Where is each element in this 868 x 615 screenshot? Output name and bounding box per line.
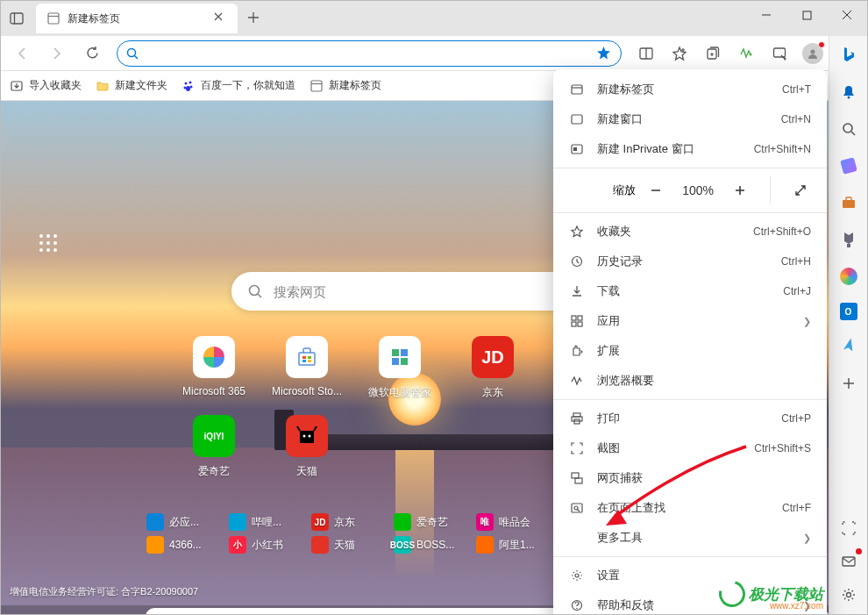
back-button[interactable] — [6, 39, 38, 68]
profile-button[interactable] — [797, 39, 829, 68]
svg-rect-66 — [573, 413, 580, 417]
menu-zoom: 缩放 100% — [553, 172, 827, 209]
menu-print[interactable]: 打印Ctrl+P — [553, 404, 827, 433]
menu-new-tab[interactable]: 新建标签页Ctrl+T — [553, 75, 827, 104]
gear-icon — [569, 568, 585, 583]
address-bar[interactable] — [117, 40, 622, 67]
capture-icon — [569, 470, 585, 486]
print-icon — [569, 411, 585, 426]
quick-link[interactable]: 必应... — [146, 513, 222, 531]
quick-link[interactable]: 爱奇艺 — [394, 513, 469, 531]
close-tab-icon[interactable] — [213, 11, 227, 25]
settings-menu: 新建标签页Ctrl+T 新建窗口Ctrl+N 新建 InPrivate 窗口Ct… — [553, 69, 827, 615]
quick-link[interactable]: 小小红书 — [229, 536, 304, 554]
page-search-input[interactable] — [274, 284, 558, 299]
quick-link[interactable]: 哔哩... — [229, 513, 304, 531]
quick-links: 必应...哔哩...JD京东爱奇艺唯唯品会4366...小小红书天猫BOSSBO… — [146, 513, 551, 554]
svg-point-74 — [575, 574, 579, 577]
svg-rect-5 — [803, 11, 811, 19]
minimize-button[interactable] — [746, 1, 786, 29]
sidebar-m365-icon[interactable] — [838, 266, 859, 287]
sidebar-screenshot-icon[interactable] — [838, 518, 859, 539]
baidu-icon — [181, 79, 196, 93]
menu-new-window[interactable]: 新建窗口Ctrl+N — [553, 104, 827, 134]
browser-tab[interactable]: 新建标签页 — [36, 4, 238, 33]
sidebar-mail-icon[interactable] — [838, 551, 859, 572]
close-window-button[interactable] — [827, 1, 867, 29]
sidebar-games-icon[interactable] — [838, 229, 859, 250]
svg-point-6 — [128, 48, 136, 56]
svg-point-11 — [750, 53, 752, 55]
menu-extensions[interactable]: 扩展 — [553, 336, 827, 366]
quick-link[interactable]: BOSSBOSS... — [394, 536, 469, 554]
screenshot-icon — [569, 440, 585, 456]
svg-rect-59 — [573, 147, 577, 151]
tile-jd[interactable]: JD京东 — [468, 336, 517, 400]
quick-link[interactable]: 4366... — [146, 536, 222, 554]
menu-new-inprivate[interactable]: 新建 InPrivate 窗口Ctrl+Shift+N — [553, 134, 827, 164]
quick-link[interactable]: 唯唯品会 — [476, 513, 551, 531]
zoom-in-button[interactable] — [729, 180, 751, 201]
performance-icon[interactable] — [730, 39, 762, 68]
sidebar-search-icon[interactable] — [838, 118, 859, 139]
tab-actions-icon[interactable] — [8, 10, 25, 27]
help-icon — [569, 597, 585, 613]
refresh-button[interactable] — [76, 39, 108, 68]
svg-rect-36 — [299, 353, 315, 365]
svg-point-30 — [53, 241, 57, 245]
menu-find[interactable]: 在页面上查找Ctrl+F — [553, 493, 827, 523]
apps-grid-icon[interactable] — [38, 232, 59, 254]
bookmark-newtab[interactable]: 新建标签页 — [309, 78, 381, 93]
tile-tmall[interactable]: 天猫 — [282, 415, 331, 479]
quick-link[interactable]: 阿里1... — [476, 536, 551, 554]
browser-essentials-icon[interactable] — [764, 39, 795, 68]
extensions-icon — [569, 343, 585, 359]
quick-link[interactable]: JD京东 — [311, 513, 387, 531]
svg-point-47 — [309, 435, 311, 438]
star-icon — [569, 224, 585, 240]
forward-button[interactable] — [41, 39, 73, 68]
bookmark-import[interactable]: 导入收藏夹 — [10, 78, 82, 93]
sidebar-outlook-icon[interactable]: O — [840, 303, 857, 320]
svg-rect-40 — [308, 360, 311, 362]
split-screen-icon[interactable] — [630, 39, 662, 68]
svg-rect-42 — [401, 349, 408, 356]
svg-point-46 — [303, 435, 306, 438]
page-search-box[interactable] — [231, 272, 573, 311]
menu-more-tools[interactable]: 更多工具❯ — [553, 523, 827, 553]
sidebar-tools-icon[interactable] — [838, 192, 859, 213]
favorite-star-icon[interactable] — [596, 46, 612, 61]
sidebar-shopping-icon[interactable] — [838, 155, 859, 176]
bookmark-baidu[interactable]: 百度一下，你就知道 — [181, 78, 295, 93]
menu-history[interactable]: 历史记录Ctrl+H — [553, 247, 827, 276]
tile-ms365[interactable]: Microsoft 365 — [189, 336, 238, 400]
svg-point-72 — [574, 506, 578, 510]
quick-link[interactable]: 天猫 — [311, 536, 387, 554]
new-tab-button[interactable] — [241, 5, 266, 30]
maximize-button[interactable] — [786, 1, 827, 29]
sidebar-bing-icon[interactable] — [838, 45, 859, 66]
fullscreen-button[interactable] — [790, 180, 811, 201]
tile-row-2: iQIYI爱奇艺 天猫 — [189, 415, 331, 479]
zoom-out-button[interactable] — [645, 180, 666, 201]
sidebar-send-icon[interactable] — [834, 333, 863, 361]
sidebar-settings-icon[interactable] — [838, 584, 859, 605]
menu-screenshot[interactable]: 截图Ctrl+Shift+S — [553, 433, 827, 463]
sidebar-add-icon[interactable] — [838, 373, 859, 394]
bookmark-new-folder[interactable]: 新建文件夹 — [96, 78, 167, 93]
sidebar-bell-icon[interactable] — [838, 82, 859, 103]
new-tab-icon — [569, 82, 585, 97]
import-icon — [10, 79, 24, 93]
tile-iqiyi[interactable]: iQIYI爱奇艺 — [189, 415, 238, 479]
menu-apps[interactable]: 应用❯ — [553, 306, 827, 336]
favorites-icon[interactable] — [664, 39, 695, 68]
menu-downloads[interactable]: 下载Ctrl+J — [553, 276, 827, 306]
collections-icon[interactable] — [697, 39, 729, 68]
tile-pcmgr[interactable]: 微软电脑管家 — [375, 336, 424, 400]
menu-browser-perf[interactable]: 浏览器概要 — [553, 366, 827, 396]
menu-web-capture[interactable]: 网页捕获 — [553, 463, 827, 493]
menu-favorites[interactable]: 收藏夹Ctrl+Shift+O — [553, 217, 827, 247]
tile-msstore[interactable]: Microsoft Sto... — [282, 336, 331, 400]
svg-line-50 — [851, 132, 855, 135]
svg-rect-2 — [48, 13, 59, 24]
